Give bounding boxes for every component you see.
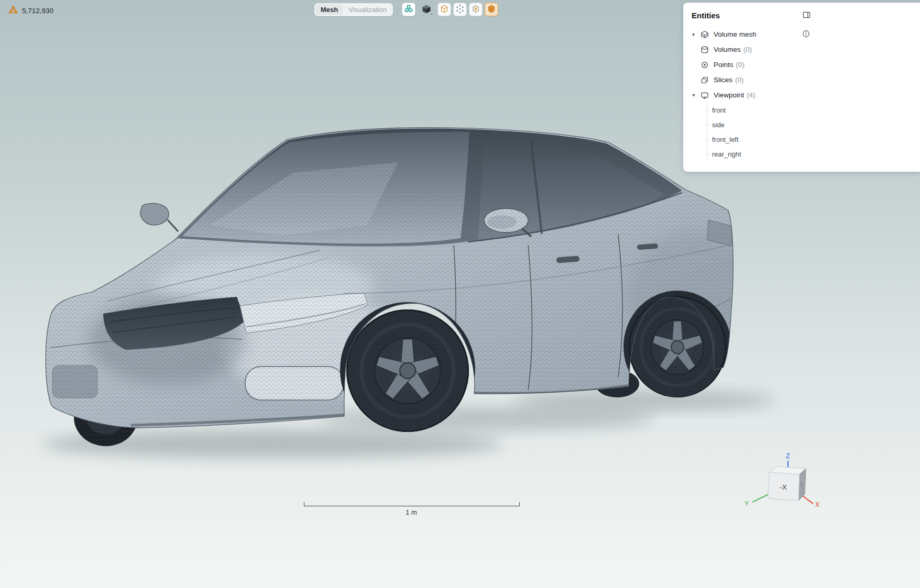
scale-bar-label: 1 m <box>304 508 519 516</box>
mesh-cell-count: 5,712,930 <box>8 5 53 16</box>
view-cube-button[interactable] <box>420 3 433 16</box>
y-axis-label: Y <box>744 500 749 507</box>
viewpoint-icon <box>700 91 709 99</box>
info-icon <box>802 30 810 39</box>
mesh-quality-button[interactable] <box>402 3 415 16</box>
points-icon <box>700 61 709 69</box>
nodes-cube-icon <box>455 4 465 16</box>
gizmo-cube[interactable]: -X Y <box>768 467 806 501</box>
scale-bar <box>304 502 520 506</box>
mesh-quality-icon <box>403 3 414 16</box>
caret-down-icon[interactable] <box>692 93 699 97</box>
toolbar-divider <box>397 5 398 14</box>
display-surface-button[interactable] <box>437 3 451 16</box>
viewpoint-item-label: side <box>712 121 725 129</box>
viewpoint-item-front-left[interactable]: front_left <box>707 132 920 147</box>
collapse-panel-icon <box>802 10 811 21</box>
tree-item-count: (0) <box>735 76 744 84</box>
info-button[interactable] <box>802 30 811 39</box>
entities-panel: Entities Volume mesh <box>683 3 920 172</box>
tree-item-label: Points <box>714 61 733 69</box>
viewpoint-item-side[interactable]: side <box>707 117 920 132</box>
volumes-icon <box>700 46 709 54</box>
tree-item-label: Volume mesh <box>714 30 757 38</box>
mesh-wireframe-overlay <box>31 115 754 466</box>
slices-icon <box>700 76 709 84</box>
viewpoint-item-label: rear_right <box>712 150 741 158</box>
tree-item-count: (4) <box>747 91 755 99</box>
viewer-toolbar: Mesh Visualization <box>314 2 498 17</box>
view-cube-icon <box>420 3 433 17</box>
tree-item-slices[interactable]: Slices (0) <box>683 72 920 87</box>
viewpoint-children: front side front_left rear_right <box>707 103 920 161</box>
tree-item-label: Viewpoint <box>714 91 744 99</box>
display-nodes-button[interactable] <box>453 3 467 16</box>
tree-item-points[interactable]: Points (0) <box>683 57 920 72</box>
gizmo-front-face-label: -X <box>780 483 787 491</box>
volume-cube-icon <box>486 4 497 16</box>
tree-item-count: (0) <box>736 61 745 69</box>
display-edges-button[interactable] <box>469 3 483 16</box>
volume-mesh-icon <box>700 30 709 39</box>
tab-visualization[interactable]: Visualization <box>343 4 392 15</box>
x-axis-label: X <box>815 501 819 508</box>
viewpoint-item-label: front <box>712 106 726 114</box>
caret-right-icon[interactable] <box>692 32 699 37</box>
gizmo-side-face-label: Y <box>800 482 804 488</box>
tree-item-label: Volumes <box>714 46 741 53</box>
orientation-gizmo[interactable]: -X Y Z Y X <box>740 452 822 511</box>
collapse-panel-button[interactable] <box>802 11 811 20</box>
tab-mesh[interactable]: Mesh <box>315 4 343 15</box>
tree-item-volumes[interactable]: Volumes (0) <box>683 42 920 57</box>
mesh-display-group <box>437 3 498 16</box>
tree-item-viewpoint[interactable]: Viewpoint (4) <box>683 87 920 103</box>
viewpoint-item-label: front_left <box>712 136 739 143</box>
tree-item-label: Slices <box>714 76 732 84</box>
mode-tab-group: Mesh Visualization <box>314 3 393 16</box>
tree-item-volume-mesh[interactable]: Volume mesh <box>683 27 920 42</box>
entities-panel-header: Entities <box>683 3 920 27</box>
left-mirror <box>140 203 178 231</box>
mesh-cells-icon <box>8 5 18 16</box>
cell-count-value: 5,712,930 <box>22 7 53 15</box>
car-mesh-model <box>31 115 765 466</box>
surface-cube-icon <box>439 4 450 16</box>
viewpoint-item-front[interactable]: front <box>707 103 920 117</box>
display-volume-button[interactable] <box>485 3 498 16</box>
edges-cube-icon <box>470 4 481 16</box>
panel-title: Entities <box>692 11 720 20</box>
z-axis-label: Z <box>786 452 790 460</box>
viewpoint-item-rear-right[interactable]: rear_right <box>707 147 920 161</box>
tree-item-count: (0) <box>743 46 752 53</box>
